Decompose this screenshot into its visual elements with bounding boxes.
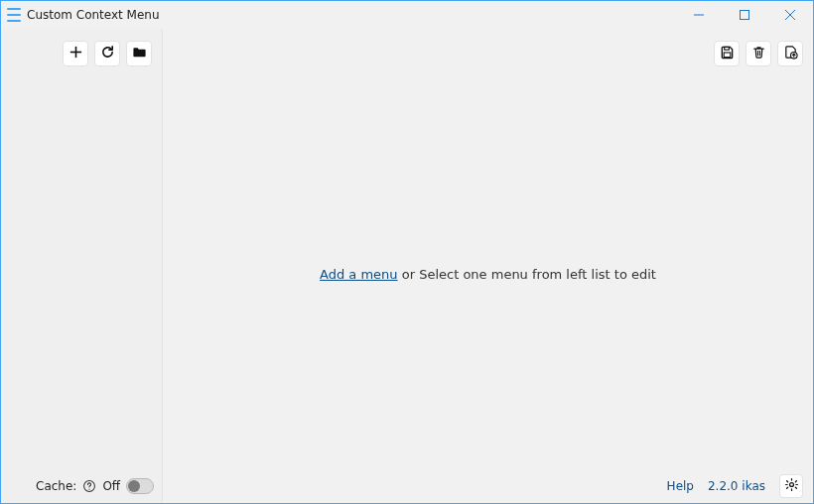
- export-button[interactable]: [777, 41, 803, 66]
- save-button[interactable]: [714, 41, 740, 66]
- window-title: Custom Context Menu: [27, 8, 160, 22]
- open-folder-button[interactable]: [126, 41, 152, 66]
- main-toolbar: [163, 29, 813, 78]
- maximize-button[interactable]: [722, 1, 767, 29]
- version-link[interactable]: 2.2.0 ikas: [708, 479, 765, 493]
- titlebar: Custom Context Menu: [1, 1, 813, 29]
- menu-list-empty: [1, 78, 162, 469]
- cache-toggle[interactable]: [126, 478, 154, 494]
- minimize-button[interactable]: [676, 1, 722, 29]
- cache-state: Off: [102, 479, 120, 493]
- save-icon: [720, 45, 735, 63]
- delete-button[interactable]: [746, 41, 771, 66]
- add-menu-link[interactable]: Add a menu: [320, 267, 398, 282]
- file-export-icon: [783, 45, 798, 63]
- trash-icon: [751, 45, 766, 63]
- svg-rect-9: [724, 53, 731, 58]
- refresh-button[interactable]: [94, 41, 120, 66]
- cache-label: Cache:: [36, 479, 76, 493]
- plus-icon: [68, 45, 83, 63]
- main-panel: Add a menu or Select one menu from left …: [163, 29, 813, 503]
- gear-icon: [784, 477, 799, 495]
- sidebar-toolbar: [1, 29, 162, 78]
- svg-point-13: [789, 483, 793, 487]
- sidebar-footer: Cache: Off: [1, 469, 162, 503]
- close-button[interactable]: [767, 1, 813, 29]
- app-window: Custom Context Menu: [0, 0, 814, 504]
- svg-point-7: [89, 488, 90, 489]
- svg-rect-8: [724, 47, 729, 50]
- help-icon[interactable]: [82, 478, 96, 494]
- empty-hint-text: or Select one menu from left list to edi…: [398, 267, 656, 282]
- main-footer: Help 2.2.0 ikas: [163, 469, 813, 503]
- settings-button[interactable]: [779, 474, 803, 498]
- app-icon: [7, 8, 21, 22]
- svg-rect-1: [741, 11, 749, 20]
- folder-icon: [132, 45, 147, 63]
- add-button[interactable]: [63, 41, 88, 66]
- empty-state: Add a menu or Select one menu from left …: [163, 78, 813, 469]
- help-link[interactable]: Help: [667, 479, 694, 493]
- refresh-icon: [100, 45, 115, 63]
- sidebar: Cache: Off: [1, 29, 163, 503]
- body: Cache: Off: [1, 29, 813, 503]
